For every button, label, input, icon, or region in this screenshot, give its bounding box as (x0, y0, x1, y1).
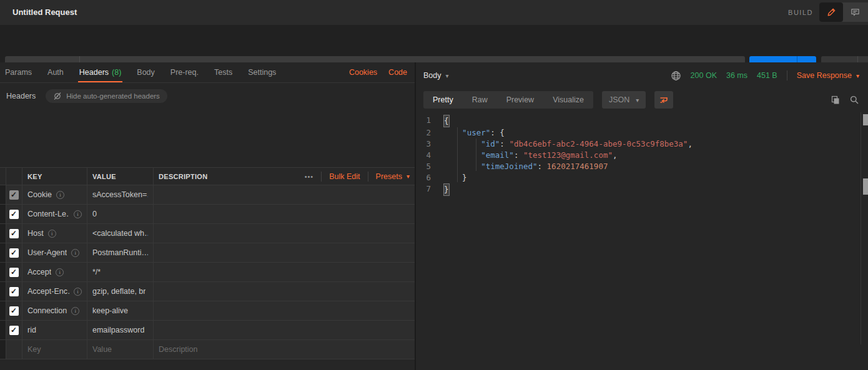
headers-section-header: Headers Hide auto-generated headers (0, 88, 415, 104)
header-value: <calculated wh… (92, 229, 148, 238)
cookies-link[interactable]: Cookies (349, 62, 377, 82)
table-body: CookiesAccessToken=…Content-Le…0Host<cal… (0, 185, 415, 359)
tab-settings[interactable]: Settings (248, 62, 276, 82)
response-size[interactable]: 451 B (757, 71, 777, 80)
row-checkbox[interactable] (9, 210, 19, 219)
header-description[interactable] (154, 301, 415, 320)
table-header-row: KEY VALUE DESCRIPTION ••• Bulk Edit Pres… (0, 168, 415, 185)
response-scrollbar[interactable] (863, 112, 868, 370)
row-drag-handle[interactable] (0, 185, 6, 204)
response-toolbar: Body 200 OK 36 ms 451 B Save Response (416, 67, 868, 84)
format-select[interactable]: JSON (602, 91, 646, 109)
code-token: : (538, 161, 547, 172)
code-token: , (613, 150, 618, 161)
view-tab-pretty[interactable]: Pretty (423, 91, 463, 109)
row-drag-handle[interactable] (0, 224, 6, 243)
header-value: 0 (92, 210, 97, 218)
row-drag-handle[interactable] (0, 205, 6, 223)
table-row: User-AgentPostmanRunti… (0, 243, 415, 263)
info-icon[interactable] (74, 288, 82, 296)
eye-slash-icon (53, 92, 62, 100)
tab-label: Headers (79, 68, 109, 77)
info-icon[interactable] (56, 268, 64, 276)
header-description[interactable] (154, 282, 415, 301)
header-description[interactable] (154, 243, 415, 262)
response-body-select[interactable]: Body (423, 71, 449, 80)
more-actions-button[interactable]: ••• (305, 173, 314, 180)
header-key: Cookie (27, 190, 52, 199)
header-value: keep-alive (92, 306, 128, 315)
code-line: 5 "timeJoined": 1620217461907 (416, 161, 856, 172)
tab-params[interactable]: Params (5, 62, 32, 82)
hide-autogenerated-toggle[interactable]: Hide auto-generated headers (46, 89, 167, 103)
col-value: VALUE (92, 173, 116, 180)
row-drag-handle[interactable] (0, 243, 6, 262)
row-checkbox[interactable] (9, 287, 19, 296)
header-description[interactable] (154, 263, 415, 281)
row-checkbox[interactable] (9, 326, 19, 335)
header-key: Connection (27, 306, 67, 315)
wrap-text-icon (659, 95, 669, 105)
info-icon[interactable] (48, 230, 56, 238)
row-checkbox[interactable] (9, 248, 19, 258)
code-line: 4 "email": "test123@gmail.com", (416, 150, 856, 161)
code-token: : (500, 139, 509, 150)
tab-auth[interactable]: Auth (47, 62, 64, 82)
info-icon[interactable] (71, 249, 79, 257)
code-line: 3 "id": "db4c6ebf-abc2-4964-abe9-0c53c9f… (416, 139, 856, 150)
view-tab-preview[interactable]: Preview (497, 91, 543, 109)
presets-button[interactable]: Presets (376, 172, 410, 181)
row-checkbox[interactable] (9, 268, 19, 277)
tab-count-badge: (8) (112, 68, 121, 77)
response-time[interactable]: 36 ms (726, 71, 747, 80)
bulk-edit-button[interactable]: Bulk Edit (329, 172, 360, 181)
request-panel: ParamsAuthHeaders(8)BodyPre-req.TestsSet… (0, 62, 415, 370)
code-token: "user" (462, 127, 490, 139)
response-body-code[interactable]: 1{2 "user": {3 "id": "db4c6ebf-abc2-4964… (416, 115, 856, 196)
view-tab-raw[interactable]: Raw (463, 91, 497, 109)
copy-icon[interactable] (831, 95, 841, 105)
code-token: 1620217461907 (547, 161, 608, 172)
header-key: Host (27, 229, 44, 238)
row-drag-handle[interactable] (0, 282, 6, 301)
line-number: 3 (416, 139, 443, 150)
tab-tests[interactable]: Tests (214, 62, 232, 82)
status-badge[interactable]: 200 OK (691, 71, 717, 80)
tab-prereq[interactable]: Pre-req. (170, 62, 199, 82)
chevron-down-icon (407, 173, 410, 180)
row-checkbox[interactable] (9, 190, 19, 200)
header-description[interactable] (154, 185, 415, 204)
network-globe-icon[interactable] (671, 71, 681, 81)
row-checkbox[interactable] (9, 229, 19, 238)
line-number: 4 (416, 150, 443, 161)
wrap-text-button[interactable] (654, 91, 673, 109)
row-drag-handle[interactable] (0, 301, 6, 320)
scrollbar-thumb[interactable] (863, 178, 868, 195)
pencil-icon (827, 7, 836, 17)
info-icon[interactable] (71, 307, 79, 315)
row-drag-handle[interactable] (0, 263, 6, 281)
info-icon[interactable] (74, 210, 82, 218)
edit-pencil-button[interactable] (819, 2, 843, 22)
row-checkbox[interactable] (9, 306, 19, 316)
code-token: : (514, 150, 523, 161)
code-line: 1{ (416, 115, 856, 127)
view-tab-visualize[interactable]: Visualize (543, 91, 593, 109)
save-response-button[interactable]: Save Response (797, 71, 859, 80)
comment-button[interactable] (843, 2, 867, 22)
code-token: , (688, 139, 693, 150)
header-description[interactable] (154, 321, 415, 339)
row-drag-handle[interactable] (0, 321, 6, 339)
header-key: rid (27, 326, 36, 334)
code-link[interactable]: Code (388, 62, 407, 82)
header-description[interactable] (154, 205, 415, 223)
scrollbar-thumb[interactable] (863, 114, 868, 125)
table-row: CookiesAccessToken=… (0, 185, 415, 205)
tab-body[interactable]: Body (137, 62, 155, 82)
search-icon[interactable] (849, 95, 859, 105)
header-description[interactable] (154, 224, 415, 243)
code-token: } (443, 183, 450, 196)
tab-headers[interactable]: Headers(8) (79, 62, 122, 82)
info-icon[interactable] (56, 191, 64, 199)
request-tabs: ParamsAuthHeaders(8)BodyPre-req.TestsSet… (0, 62, 415, 83)
